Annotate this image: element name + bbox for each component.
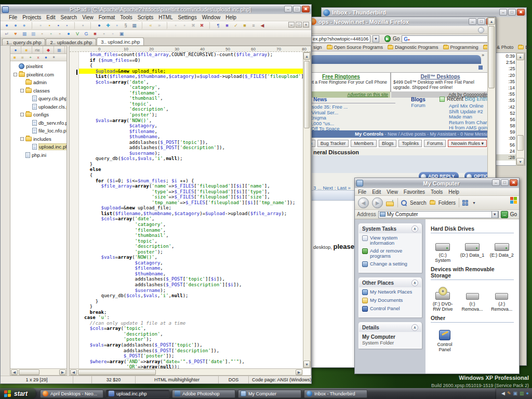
tree-item[interactable]: - db_serv.nfo.php [10, 119, 66, 127]
my-computer-titlebar[interactable]: My Computer – □ ✖ [355, 178, 519, 188]
other-places-header[interactable]: Other Places∧ [359, 278, 421, 287]
menu-item[interactable]: Favorites [404, 189, 425, 195]
tree-item[interactable]: - upload.inc.php [10, 143, 66, 151]
scroll-right-icon[interactable]: ▶ [59, 369, 66, 375]
tree-expander-icon[interactable]: - [20, 113, 24, 116]
css-dialog-icon[interactable]: ▫ [47, 30, 55, 37]
menu-item[interactable]: Window [202, 15, 221, 20]
code-explorer-icon[interactable]: ▦ [130, 22, 142, 29]
forum-nav-button[interactable]: Blogs [379, 140, 397, 147]
bookmark-item[interactable]: Programming [443, 45, 478, 50]
controls-links[interactable]: - New / Active posts - My Assistant - 0 … [384, 131, 496, 137]
minimize-icon[interactable]: – [284, 6, 292, 12]
find-replace-icon[interactable]: ✚ [104, 22, 112, 29]
scroll-thumb[interactable] [517, 135, 524, 151]
drive-item[interactable]: (I:) Remova... [460, 286, 485, 312]
tree-item[interactable]: - file_loc.nfo.php [10, 127, 66, 135]
line-ending-format[interactable]: DOS [219, 376, 249, 383]
tree-item[interactable]: - pixeltint.com [10, 71, 66, 79]
scroll-up-icon[interactable]: ▲ [488, 18, 495, 25]
task-link[interactable]: Add or remove programs [362, 248, 419, 259]
chevron-up-icon[interactable]: ∧ [411, 280, 418, 286]
new-document-icon[interactable]: ● [3, 22, 11, 29]
file-tab[interactable]: 3.. upload.inc.php [97, 37, 144, 45]
go-label[interactable]: Go [510, 211, 517, 217]
up-icon[interactable]: ↑ [386, 200, 394, 206]
new-file-icon[interactable]: ▫ [36, 22, 45, 29]
rte-tab-icon[interactable]: rte [32, 46, 43, 54]
drive-item[interactable]: (D:) Data_1 [460, 237, 485, 263]
add-file-icon[interactable]: + [27, 55, 34, 61]
web-search-input[interactable]: G▾ [402, 35, 496, 43]
menu-item[interactable]: File [358, 189, 366, 195]
mdi-restore-icon[interactable]: □ [296, 22, 302, 28]
scroll-up-icon[interactable]: ▲ [516, 53, 524, 60]
folders-label[interactable]: Folders [438, 200, 456, 206]
taskbar-button[interactable]: Adobe Photoshop [172, 390, 235, 398]
volume-mixer-icon[interactable]: ▥ [520, 391, 524, 396]
tree-item[interactable]: - pixeltint [10, 62, 66, 71]
menu-item[interactable]: Search [60, 15, 77, 20]
forum-nav-button[interactable]: Members [351, 140, 377, 147]
compare-icon[interactable]: ▫ [109, 30, 117, 37]
tree-item[interactable]: - admin [10, 78, 66, 87]
scroll-right-icon[interactable]: ▶ [296, 369, 302, 375]
menu-item[interactable]: Help [448, 189, 459, 195]
maximize-icon[interactable]: □ [501, 179, 509, 186]
file-tab[interactable]: 1.. query.ds.php [2, 38, 45, 45]
views-caret-icon[interactable]: ▼ [472, 201, 476, 205]
save-file-icon[interactable]: ▪ [54, 22, 62, 29]
system-tasks-header[interactable]: System Tasks∧ [359, 224, 421, 233]
open-folder-icon[interactable]: ■ [19, 55, 26, 61]
forum-link[interactable]: Forum [411, 102, 425, 108]
drive-item[interactable]: (E:) Data_2 [489, 237, 514, 263]
url-dropdown-icon[interactable]: ▼ [373, 35, 379, 43]
menu-item[interactable]: HTML [158, 15, 172, 20]
display-settings-icon[interactable]: ▣ [513, 391, 518, 396]
ad-right[interactable]: Dell™ Desktops $499 Dell™ Desktop with F… [391, 72, 490, 92]
start-button[interactable]: start [0, 388, 36, 399]
maximize-icon[interactable]: □ [508, 9, 516, 16]
back-icon[interactable]: ◀ [358, 197, 369, 208]
forward-icon[interactable]: ▶ [372, 197, 383, 208]
menu-item[interactable]: Scripts [138, 15, 154, 20]
thunderbird-scrollbar[interactable]: ▲ ▼ [516, 52, 525, 166]
char-table-icon[interactable]: ▦ [20, 30, 29, 37]
task-link[interactable]: View system information [362, 235, 419, 246]
drive-item[interactable]: (J:) Remova... [489, 286, 514, 312]
menu-item[interactable]: Tools [431, 189, 443, 195]
tree-item[interactable]: - classes [10, 87, 66, 95]
blogs-label[interactable]: Blogs [411, 97, 425, 102]
maximize-icon[interactable]: □ [477, 18, 485, 25]
menu-item[interactable]: Projects [22, 15, 41, 20]
tree-item[interactable]: - configs [10, 111, 66, 119]
open-file-icon[interactable]: ▪ [45, 22, 54, 29]
code-text-area[interactable]: $num_files=count($file_array,COUNT_RECUR… [79, 52, 311, 368]
bookmark-item[interactable]: Open Source Programs [327, 45, 383, 50]
menu-item[interactable]: File [9, 15, 17, 20]
taskbar-button[interactable]: upload.inc.php [106, 390, 169, 398]
go-label[interactable]: Go [393, 36, 400, 42]
bookmark-item[interactable]: Drivers [518, 45, 532, 50]
address-input[interactable]: My Computer ▼ [378, 211, 499, 218]
close-icon[interactable]: ✖ [302, 6, 310, 12]
remove-file-icon[interactable]: x [35, 55, 42, 61]
find-icon[interactable]: ● [95, 22, 103, 29]
menu-item[interactable]: Edit [372, 189, 381, 195]
forum-nav-button[interactable]: Toplinks [398, 140, 422, 147]
redo-icon[interactable]: » [155, 22, 167, 29]
new-folder-icon[interactable]: ■ [11, 55, 18, 61]
code-browser-tab-icon[interactable]: ▦ [54, 46, 65, 54]
editor-horizontal-scrollbar[interactable]: ◀ ▶ [70, 368, 303, 375]
tree-settings-icon[interactable]: ✶ [50, 55, 57, 61]
scroll-left-icon[interactable]: ◀ [70, 369, 77, 375]
views-icon[interactable] [462, 200, 469, 206]
menu-item[interactable]: View [387, 189, 398, 195]
scroll-thumb[interactable] [19, 369, 39, 375]
scroll-down-icon[interactable]: ▼ [303, 361, 310, 368]
scroll-thumb[interactable] [304, 61, 310, 128]
bookmark-item[interactable]: Diagnostic Programs [388, 45, 438, 50]
folder-item[interactable]: Control Panel [431, 327, 459, 352]
taskbar-button[interactable]: My Computer [238, 390, 301, 398]
search-label[interactable]: Search [410, 200, 427, 206]
